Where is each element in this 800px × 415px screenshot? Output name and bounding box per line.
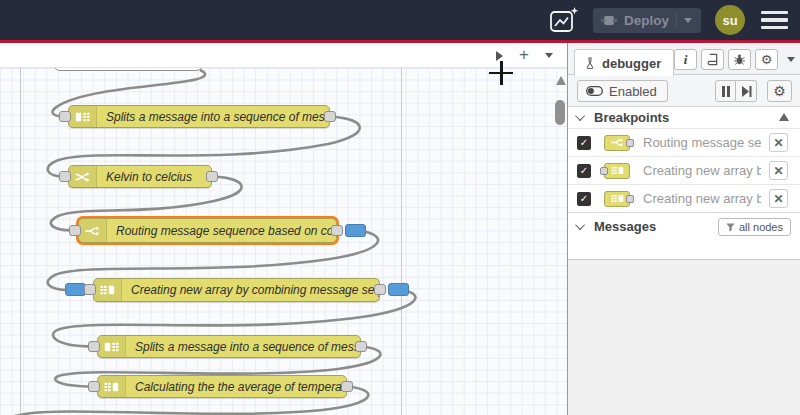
split-icon bbox=[69, 106, 97, 127]
breakpoint-row: ✓ Routing message sequence based on cond… bbox=[568, 128, 800, 156]
flow-node-join[interactable]: Calculating the the average of temperatu… bbox=[97, 375, 347, 398]
bug-icon bbox=[733, 53, 746, 66]
breakpoint-badge[interactable] bbox=[65, 283, 86, 296]
flow-node-change[interactable]: Kelvin to celcius bbox=[68, 165, 212, 188]
flow-list-dropdown-icon[interactable] bbox=[545, 53, 553, 58]
node-red-app: Deploy su + bbox=[0, 0, 800, 415]
enabled-toggle-button[interactable]: Enabled bbox=[577, 80, 668, 102]
clipped-node[interactable] bbox=[53, 68, 203, 71]
breakpoint-checkbox[interactable]: ✓ bbox=[577, 164, 591, 178]
node-port[interactable] bbox=[84, 284, 96, 295]
sidebar-empty-area bbox=[568, 259, 800, 415]
sidebar: debugger i ⚙ bbox=[567, 43, 800, 415]
breakpoint-badge[interactable] bbox=[388, 283, 409, 296]
book-icon bbox=[706, 53, 719, 66]
toggle-icon bbox=[586, 86, 603, 96]
step-icon bbox=[741, 86, 752, 97]
flow-node-split[interactable]: Splits a message into a sequence of mess… bbox=[68, 105, 330, 128]
join-icon bbox=[98, 376, 126, 397]
input-port-icon bbox=[600, 167, 608, 175]
header-bar: Deploy su bbox=[0, 0, 800, 40]
node-port[interactable] bbox=[88, 341, 100, 352]
deploy-label: Deploy bbox=[624, 13, 669, 28]
flow-node-join[interactable]: Creating new array by combining message … bbox=[93, 278, 380, 302]
config-button[interactable]: ⚙ bbox=[755, 49, 778, 70]
info-button[interactable]: i bbox=[674, 49, 697, 70]
step-button[interactable] bbox=[736, 80, 757, 102]
node-port[interactable] bbox=[374, 284, 386, 295]
node-port[interactable] bbox=[324, 111, 336, 122]
chevron-down-icon bbox=[575, 220, 585, 230]
debugger-settings-button[interactable]: ⚙ bbox=[767, 80, 792, 102]
deploy-button[interactable]: Deploy bbox=[593, 8, 701, 33]
debug-button[interactable] bbox=[728, 49, 751, 70]
canvas-scroll-up-icon[interactable] bbox=[556, 76, 566, 85]
breakpoint-row: ✓ Creating new array by combining messag… bbox=[568, 156, 800, 184]
node-label: Routing message sequence based on condit… bbox=[107, 219, 336, 242]
output-port-icon bbox=[626, 139, 634, 147]
messages-empty-list bbox=[568, 240, 800, 259]
chevron-down-icon bbox=[575, 111, 585, 121]
node-port[interactable] bbox=[331, 225, 343, 236]
remove-breakpoint-button[interactable]: ✕ bbox=[769, 161, 788, 180]
breakpoints-section-header[interactable]: Breakpoints bbox=[568, 107, 800, 128]
flask-icon bbox=[584, 57, 596, 69]
sidebar-tabs-dropdown-icon[interactable] bbox=[787, 57, 795, 62]
messages-section-header[interactable]: Messages all nodes bbox=[568, 212, 800, 240]
add-flow-button[interactable]: + bbox=[519, 46, 529, 63]
output-port-icon bbox=[626, 195, 634, 203]
message-filter-button[interactable]: all nodes bbox=[718, 218, 791, 236]
switch-icon bbox=[79, 219, 107, 242]
flow-node-switch-selected[interactable]: Routing message sequence based on condit… bbox=[78, 218, 337, 243]
flow-tab-bar: + bbox=[0, 43, 567, 68]
deploy-caret-icon[interactable] bbox=[684, 18, 692, 23]
split-icon bbox=[98, 336, 126, 357]
gear-icon: ⚙ bbox=[761, 53, 773, 66]
filter-label: all nodes bbox=[739, 221, 783, 233]
breakpoint-label: Creating new array by combining message … bbox=[643, 163, 761, 178]
join-node-icon bbox=[604, 163, 630, 179]
node-label: Splits a message into a sequence of mess… bbox=[97, 106, 329, 127]
sidebar-tab-bar: debugger i ⚙ bbox=[568, 43, 800, 75]
panel-scroll-up-icon[interactable] bbox=[779, 113, 789, 121]
node-label: Calculating the the average of temperatu… bbox=[126, 376, 346, 397]
node-port[interactable] bbox=[69, 225, 81, 236]
breakpoint-row: ✓ Creating new array by combining messag… bbox=[568, 184, 800, 212]
breakpoint-checkbox[interactable]: ✓ bbox=[577, 136, 591, 150]
tab-label: debugger bbox=[602, 56, 661, 71]
pause-button[interactable] bbox=[715, 80, 736, 102]
node-port[interactable] bbox=[355, 341, 367, 352]
remove-breakpoint-button[interactable]: ✕ bbox=[769, 133, 788, 152]
switch-node-icon bbox=[604, 135, 630, 151]
breakpoint-checkbox[interactable]: ✓ bbox=[577, 192, 591, 206]
flow-workspace: + Splits a message into a sequ bbox=[0, 43, 567, 415]
tab-debugger[interactable]: debugger bbox=[574, 49, 674, 76]
crosshair-cursor bbox=[500, 61, 503, 85]
user-avatar[interactable]: su bbox=[715, 5, 745, 35]
canvas-scrollbar-thumb[interactable] bbox=[555, 100, 565, 125]
docs-button[interactable] bbox=[701, 49, 724, 70]
remove-breakpoint-button[interactable]: ✕ bbox=[769, 189, 788, 208]
deploy-node-icon bbox=[601, 15, 617, 26]
main-menu-button[interactable] bbox=[759, 7, 790, 34]
node-port[interactable] bbox=[88, 381, 100, 392]
scroll-tabs-right-icon[interactable] bbox=[496, 51, 503, 61]
section-title: Messages bbox=[594, 219, 656, 234]
node-label: Kelvin to celcius bbox=[97, 166, 211, 187]
gear-icon: ⚙ bbox=[773, 83, 786, 99]
node-port[interactable] bbox=[206, 171, 218, 182]
join-node-icon bbox=[604, 191, 630, 207]
shuffle-icon bbox=[69, 166, 97, 187]
deploy-separator bbox=[676, 13, 677, 28]
node-label: Creating new array by combining message … bbox=[122, 279, 379, 301]
node-port[interactable] bbox=[59, 111, 71, 122]
node-port[interactable] bbox=[59, 171, 71, 182]
screenshot-chart-icon[interactable] bbox=[549, 6, 579, 34]
flow-canvas[interactable]: Splits a message into a sequence of mess… bbox=[0, 68, 567, 415]
breakpoint-label: Creating new array by combining message … bbox=[643, 191, 761, 206]
node-port[interactable] bbox=[341, 381, 353, 392]
breakpoint-badge[interactable] bbox=[345, 224, 366, 237]
enabled-label: Enabled bbox=[609, 84, 657, 99]
info-icon: i bbox=[684, 52, 688, 68]
flow-node-split[interactable]: Splits a message into a sequence of mess… bbox=[97, 335, 361, 358]
